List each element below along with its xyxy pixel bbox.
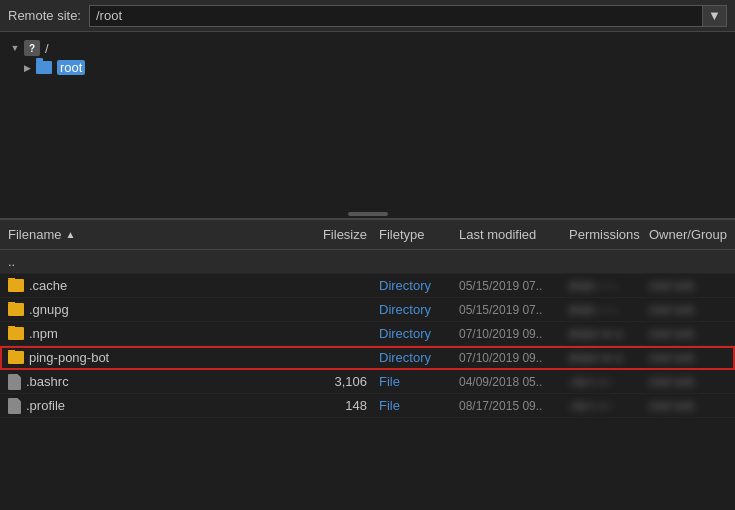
remote-site-bar: Remote site: ▼ [0, 0, 735, 32]
folder-icon-cache [8, 279, 24, 292]
tree-toggle-root[interactable]: ▼ [8, 41, 22, 55]
tree-item-root[interactable]: ▼ ? / [0, 38, 735, 58]
remote-site-input[interactable] [89, 5, 703, 27]
dropdown-arrow-icon: ▼ [708, 8, 721, 23]
remote-site-dropdown-button[interactable]: ▼ [703, 5, 727, 27]
file-list-body: .. .cache Directory 05/15/2019 07.. drwx… [0, 250, 735, 510]
dotdot-label: .. [8, 254, 15, 269]
file-list-header: Filename ▲ Filesize Filetype Last modifi… [0, 220, 735, 250]
cell-filename-dotdot: .. [0, 254, 310, 269]
file-row-cache[interactable]: .cache Directory 05/15/2019 07.. drwx---… [0, 274, 735, 298]
tree-item-root-folder[interactable]: ▶ root [0, 58, 735, 77]
file-row-gnupg[interactable]: .gnupg Directory 05/15/2019 07.. drwx---… [0, 298, 735, 322]
col-header-permissions[interactable]: Permissions [565, 227, 645, 242]
file-icon-profile [8, 398, 21, 414]
col-header-filesize[interactable]: Filesize [310, 227, 375, 242]
file-list-panel: Filename ▲ Filesize Filetype Last modifi… [0, 220, 735, 510]
tree-label-slash: / [45, 41, 49, 56]
col-header-lastmod[interactable]: Last modified [455, 227, 565, 242]
filename-gnupg: .gnupg [29, 302, 69, 317]
file-row-bashrc[interactable]: .bashrc 3,106 File 04/09/2018 05.. -rw-r… [0, 370, 735, 394]
sort-arrow-icon: ▲ [65, 229, 75, 240]
tree-toggle-root-folder[interactable]: ▶ [20, 61, 34, 75]
col-header-filename[interactable]: Filename ▲ [0, 227, 310, 242]
folder-icon-npm [8, 327, 24, 340]
file-row-ping-pong-bot[interactable]: ping-pong-bot Directory 07/10/2019 09.. … [0, 346, 735, 370]
tree-label-root: root [57, 60, 85, 75]
filename-bashrc: .bashrc [26, 374, 69, 389]
file-icon-bashrc [8, 374, 21, 390]
file-row-npm[interactable]: .npm Directory 07/10/2019 09.. drwxr-xr-… [0, 322, 735, 346]
filename-cache: .cache [29, 278, 67, 293]
col-header-filetype[interactable]: Filetype [375, 227, 455, 242]
filename-ping-pong-bot: ping-pong-bot [29, 350, 109, 365]
col-header-owner[interactable]: Owner/Group [645, 227, 735, 242]
folder-icon-ping-pong-bot [8, 351, 24, 364]
file-row-profile[interactable]: .profile 148 File 08/17/2015 09.. -rw-r-… [0, 394, 735, 418]
file-row-dotdot[interactable]: .. [0, 250, 735, 274]
filename-npm: .npm [29, 326, 58, 341]
remote-site-label: Remote site: [8, 8, 81, 23]
folder-icon-gnupg [8, 303, 24, 316]
tree-scrollbar[interactable] [348, 212, 388, 216]
remote-tree-panel: ▼ ? / ▶ root [0, 32, 735, 220]
question-icon: ? [24, 40, 40, 56]
folder-icon-root [36, 61, 52, 74]
filename-profile: .profile [26, 398, 65, 413]
